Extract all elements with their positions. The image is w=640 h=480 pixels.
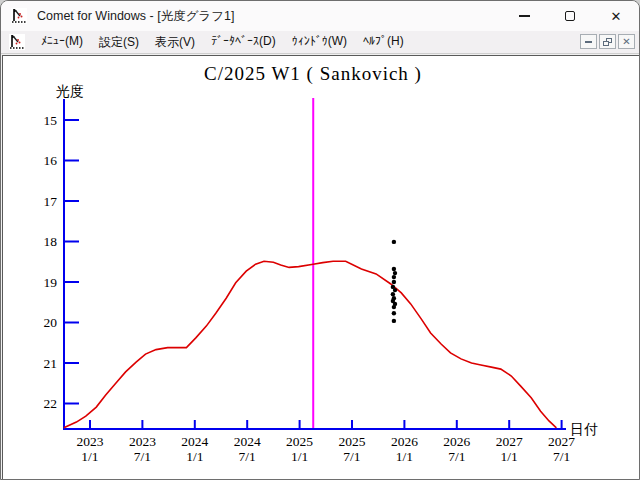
close-button[interactable]: ✕ bbox=[593, 1, 639, 31]
light-curve-chart-area: C/2025 W1 ( Sankovich ) 光度 日付 1516171819… bbox=[2, 55, 640, 480]
mdi-system-menu-icon[interactable] bbox=[9, 34, 25, 50]
maximize-button[interactable] bbox=[547, 1, 593, 31]
menu-item-settings[interactable]: 設定(S) bbox=[91, 31, 147, 54]
x-tick-day: 1/1 bbox=[396, 449, 413, 464]
menu-bar: ﾒﾆｭｰ(M) 設定(S) 表示(V) ﾃﾞｰﾀﾍﾞｰｽ(D) ｳｨﾝﾄﾞｳ(W… bbox=[1, 31, 639, 54]
y-tick-label: 21 bbox=[44, 356, 58, 371]
minimize-icon bbox=[519, 15, 530, 17]
mdi-close-button[interactable]: ✕ bbox=[618, 34, 635, 49]
mdi-close-icon: ✕ bbox=[622, 37, 630, 47]
y-tick-label: 17 bbox=[44, 194, 58, 209]
minimize-button[interactable] bbox=[501, 1, 547, 31]
y-tick-label: 20 bbox=[44, 315, 58, 330]
y-tick-label: 15 bbox=[44, 113, 58, 128]
menu-item-database[interactable]: ﾃﾞｰﾀﾍﾞｰｽ(D) bbox=[203, 31, 284, 54]
mdi-minimize-icon bbox=[585, 41, 592, 43]
y-tick-label: 19 bbox=[44, 275, 58, 290]
observation-point bbox=[391, 292, 395, 296]
observation-point bbox=[392, 275, 396, 279]
x-tick-day: 1/1 bbox=[81, 449, 98, 464]
mdi-child-controls: ✕ bbox=[580, 34, 635, 49]
chart-title: C/2025 W1 ( Sankovich ) bbox=[204, 63, 422, 85]
x-tick-year: 2023 bbox=[129, 434, 156, 449]
mdi-restore-button[interactable] bbox=[599, 34, 616, 49]
window-title: Comet for Windows - [光度グラフ1] bbox=[37, 8, 234, 25]
light-curve-chart: C/2025 W1 ( Sankovich ) 光度 日付 1516171819… bbox=[3, 56, 640, 480]
x-tick-year: 2024 bbox=[234, 434, 261, 449]
x-tick-day: 7/1 bbox=[553, 449, 570, 464]
title-bar: Comet for Windows - [光度グラフ1] ✕ bbox=[1, 1, 639, 31]
observation-point bbox=[392, 240, 396, 244]
mdi-minimize-button[interactable] bbox=[580, 34, 597, 49]
x-tick-day: 7/1 bbox=[239, 449, 256, 464]
observation-point bbox=[393, 288, 397, 292]
y-tick-label: 16 bbox=[44, 153, 58, 168]
x-tick-day: 1/1 bbox=[501, 449, 518, 464]
y-tick-label: 22 bbox=[44, 396, 58, 411]
close-icon: ✕ bbox=[611, 10, 622, 23]
x-tick-day: 7/1 bbox=[448, 449, 465, 464]
x-tick-year: 2026 bbox=[391, 434, 418, 449]
y-axis-title: 光度 bbox=[56, 83, 84, 99]
x-tick-year: 2023 bbox=[77, 434, 104, 449]
app-icon bbox=[11, 8, 27, 24]
observation-point bbox=[392, 267, 396, 271]
menu-item-view[interactable]: 表示(V) bbox=[147, 31, 203, 54]
x-tick-year: 2027 bbox=[548, 434, 575, 449]
caption-controls: ✕ bbox=[501, 1, 639, 31]
observation-point bbox=[392, 305, 396, 309]
observation-points bbox=[391, 240, 398, 323]
x-tick-day: 7/1 bbox=[134, 449, 151, 464]
observation-point bbox=[393, 271, 397, 275]
menu-item-help[interactable]: ﾍﾙﾌﾟ(H) bbox=[355, 31, 412, 54]
x-tick-year: 2027 bbox=[496, 434, 523, 449]
x-tick-year: 2025 bbox=[286, 434, 313, 449]
x-tick-year: 2026 bbox=[443, 434, 470, 449]
observation-point bbox=[392, 280, 396, 284]
x-tick-year: 2025 bbox=[339, 434, 366, 449]
x-tick-day: 7/1 bbox=[343, 449, 360, 464]
observation-point bbox=[392, 319, 396, 323]
maximize-icon bbox=[565, 11, 575, 21]
x-tick-day: 1/1 bbox=[291, 449, 308, 464]
prediction-curve-line bbox=[64, 261, 557, 428]
predicted-light-curve bbox=[64, 261, 557, 428]
menu-items: ﾒﾆｭｰ(M) 設定(S) 表示(V) ﾃﾞｰﾀﾍﾞｰｽ(D) ｳｨﾝﾄﾞｳ(W… bbox=[33, 31, 412, 54]
app-window: Comet for Windows - [光度グラフ1] ✕ ﾒﾆｭｰ bbox=[0, 0, 640, 480]
x-tick-day: 1/1 bbox=[186, 449, 203, 464]
x-tick-year: 2024 bbox=[181, 434, 208, 449]
menu-item-window[interactable]: ｳｨﾝﾄﾞｳ(W) bbox=[284, 31, 355, 54]
observation-point bbox=[392, 311, 396, 315]
axes: 151617181920212220231/120237/120241/1202… bbox=[44, 99, 576, 464]
mdi-restore-icon bbox=[603, 38, 612, 46]
menu-item-menu[interactable]: ﾒﾆｭｰ(M) bbox=[33, 31, 91, 54]
y-tick-label: 18 bbox=[44, 234, 58, 249]
